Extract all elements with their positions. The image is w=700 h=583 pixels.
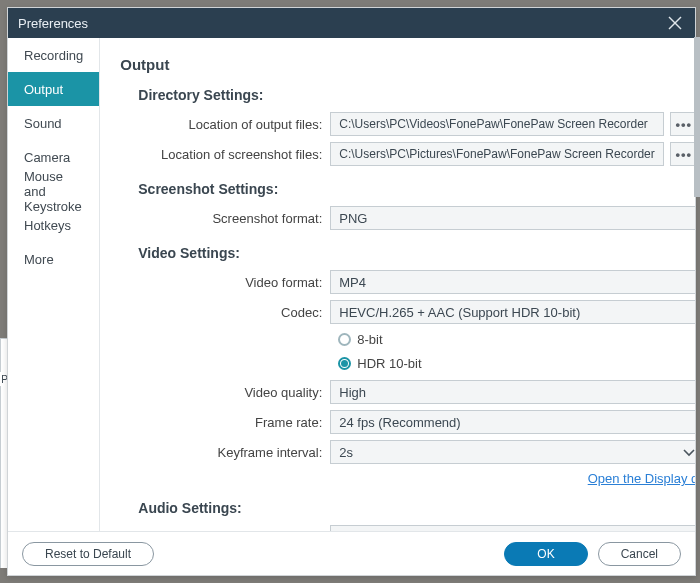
- scrollbar-thumb[interactable]: [694, 37, 700, 197]
- video-codec-select[interactable]: HEVC/H.265 + AAC (Support HDR 10-bit): [330, 300, 695, 324]
- radio-label: HDR 10-bit: [357, 356, 421, 371]
- label-screenshot-location: Location of screenshot files:: [120, 147, 330, 162]
- page-heading: Output: [120, 56, 695, 73]
- screenshot-path-more-button[interactable]: •••: [670, 142, 695, 166]
- section-video-settings: Video Settings:: [138, 245, 695, 261]
- keyframe-interval-select[interactable]: 2s: [330, 440, 695, 464]
- close-button[interactable]: [665, 13, 685, 33]
- sidebar-item-label: Hotkeys: [24, 218, 71, 233]
- cancel-button[interactable]: Cancel: [598, 542, 681, 566]
- section-audio-settings: Audio Settings:: [138, 500, 695, 516]
- screenshot-format-select[interactable]: PNG: [330, 206, 695, 230]
- video-quality-select[interactable]: High: [330, 380, 695, 404]
- sidebar-item-label: Mouse and Keystroke: [24, 169, 83, 214]
- main-panel: Output Directory Settings: Location of o…: [100, 38, 695, 531]
- video-format-select[interactable]: MP4: [330, 270, 695, 294]
- open-display-dialog-link[interactable]: Open the Display dialog: [588, 471, 695, 486]
- sidebar-item-hotkeys[interactable]: Hotkeys: [8, 208, 99, 242]
- sidebar-item-more[interactable]: More: [8, 242, 99, 276]
- ok-button[interactable]: OK: [504, 542, 587, 566]
- sidebar-item-label: Recording: [24, 48, 83, 63]
- more-icon: •••: [675, 147, 692, 162]
- titlebar: Preferences: [8, 8, 695, 38]
- sidebar-item-mouse-keystroke[interactable]: Mouse and Keystroke: [8, 174, 99, 208]
- radio-checked-icon: [338, 357, 351, 370]
- chevron-down-icon: [683, 445, 695, 460]
- sidebar-item-label: Sound: [24, 116, 62, 131]
- sidebar-item-label: Output: [24, 82, 63, 97]
- label-keyframe-interval: Keyframe interval:: [120, 445, 330, 460]
- reset-to-default-button[interactable]: Reset to Default: [22, 542, 154, 566]
- label-video-quality: Video quality:: [120, 385, 330, 400]
- audio-format-select[interactable]: MP3: [330, 525, 695, 531]
- output-path-more-button[interactable]: •••: [670, 112, 695, 136]
- radio-label: 8-bit: [357, 332, 382, 347]
- window-title: Preferences: [18, 16, 88, 31]
- label-video-codec: Codec:: [120, 305, 330, 320]
- section-screenshot-settings: Screenshot Settings:: [138, 181, 695, 197]
- bitdepth-8bit-option[interactable]: 8-bit: [338, 329, 695, 349]
- bitdepth-hdr10bit-option[interactable]: HDR 10-bit: [338, 353, 695, 373]
- radio-unchecked-icon: [338, 333, 351, 346]
- label-output-location: Location of output files:: [120, 117, 330, 132]
- sidebar: Recording Output Sound Camera Mouse and …: [8, 38, 100, 531]
- section-directory-settings: Directory Settings:: [138, 87, 695, 103]
- sidebar-item-sound[interactable]: Sound: [8, 106, 99, 140]
- sidebar-item-label: Camera: [24, 150, 70, 165]
- label-screenshot-format: Screenshot format:: [120, 211, 330, 226]
- sidebar-item-output[interactable]: Output: [8, 72, 99, 106]
- footer: Reset to Default OK Cancel: [8, 531, 695, 575]
- label-audio-format: Audio format:: [120, 530, 330, 532]
- sidebar-item-label: More: [24, 252, 54, 267]
- label-video-format: Video format:: [120, 275, 330, 290]
- close-icon: [668, 16, 682, 30]
- output-path-field[interactable]: C:\Users\PC\Videos\FonePaw\FonePaw Scree…: [330, 112, 663, 136]
- more-icon: •••: [675, 117, 692, 132]
- screenshot-path-field[interactable]: C:\Users\PC\Pictures\FonePaw\FonePaw Scr…: [330, 142, 663, 166]
- frame-rate-select[interactable]: 24 fps (Recommend): [330, 410, 695, 434]
- sidebar-item-recording[interactable]: Recording: [8, 38, 99, 72]
- label-frame-rate: Frame rate:: [120, 415, 330, 430]
- preferences-dialog: Preferences Recording Output Sound Camer…: [7, 7, 696, 576]
